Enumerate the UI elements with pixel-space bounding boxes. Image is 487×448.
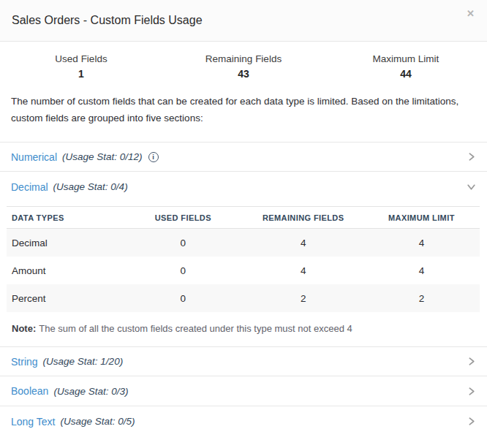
section-link-string[interactable]: String [11,356,38,368]
section-row-boolean[interactable]: Boolean (Usage Stat: 0/3) [0,376,487,406]
usage-stat-decimal: (Usage Stat: 0/4) [53,181,128,192]
col-header-used-fields: Used Fields [123,213,243,222]
modal-header: Sales Orders - Custom Fields Usage ✕ [0,0,487,42]
usage-stat-string: (Usage Stat: 1/20) [43,356,124,367]
stat-value: 43 [162,68,325,80]
cell-maximum: 4 [363,238,480,248]
section-row-long-text[interactable]: Long Text (Usage Stat: 0/5) [0,406,487,436]
close-icon[interactable]: ✕ [467,9,475,18]
chevron-right-icon [467,152,476,162]
section-link-long-text[interactable]: Long Text [11,416,55,428]
col-header-remaining-fields: Remaining Fields [243,213,363,222]
section-row-string[interactable]: String (Usage Stat: 1/20) [0,346,487,376]
cell-data-type: Amount [7,265,123,276]
cell-remaining: 4 [243,265,363,276]
modal-title: Sales Orders - Custom Fields Usage [12,14,203,27]
usage-stat-long-text: (Usage Stat: 0/5) [60,416,135,427]
summary-stats: Used Fields 1 Remaining Fields 43 Maximu… [0,42,487,93]
cell-used: 0 [123,238,243,248]
cell-remaining: 4 [243,238,363,248]
table-header-row: Data Types Used Fields Remaining Fields … [7,207,480,229]
section-row-decimal[interactable]: Decimal (Usage Stat: 0/4) [0,172,487,202]
col-header-data-types: Data Types [7,213,123,222]
stat-label: Used Fields [0,53,162,64]
table-row: Percent 0 2 2 [7,284,480,312]
note-text: The sum of all the custom fields created… [39,323,352,334]
cell-used: 0 [123,293,243,304]
chevron-right-icon [467,387,476,396]
stat-value: 1 [0,68,162,80]
decimal-usage-table: Data Types Used Fields Remaining Fields … [7,206,480,312]
chevron-right-icon [467,417,476,426]
section-link-numerical[interactable]: Numerical [11,151,57,163]
info-icon[interactable]: i [148,152,159,162]
section-row-numerical[interactable]: Numerical (Usage Stat: 0/12) i [0,142,487,172]
section-link-decimal[interactable]: Decimal [11,181,48,193]
cell-data-type: Percent [7,293,123,304]
table-note: Note:The sum of all the custom fields cr… [0,312,487,346]
chevron-right-icon [467,357,476,366]
usage-stat-boolean: (Usage Stat: 0/3) [53,386,128,397]
note-label: Note: [12,323,36,334]
usage-stat-numerical: (Usage Stat: 0/12) [62,151,143,162]
chevron-down-icon [467,182,476,191]
col-header-maximum-limit: Maximum Limit [363,213,480,222]
stat-maximum-limit: Maximum Limit 44 [325,53,487,80]
description-text: The number of custom fields that can be … [0,93,487,126]
table-row: Amount 0 4 4 [7,257,480,284]
cell-used: 0 [123,265,243,276]
stat-label: Remaining Fields [162,53,325,64]
table-row: Decimal 0 4 4 [7,229,480,257]
custom-fields-usage-modal: Sales Orders - Custom Fields Usage ✕ Use… [0,0,487,448]
stat-remaining-fields: Remaining Fields 43 [162,53,325,80]
stat-used-fields: Used Fields 1 [0,53,162,80]
stat-label: Maximum Limit [325,53,487,64]
cell-maximum: 4 [363,265,480,276]
cell-remaining: 2 [243,293,363,304]
stat-value: 44 [325,68,487,80]
section-link-boolean[interactable]: Boolean [11,385,48,397]
cell-data-type: Decimal [7,238,123,248]
cell-maximum: 2 [363,293,480,304]
